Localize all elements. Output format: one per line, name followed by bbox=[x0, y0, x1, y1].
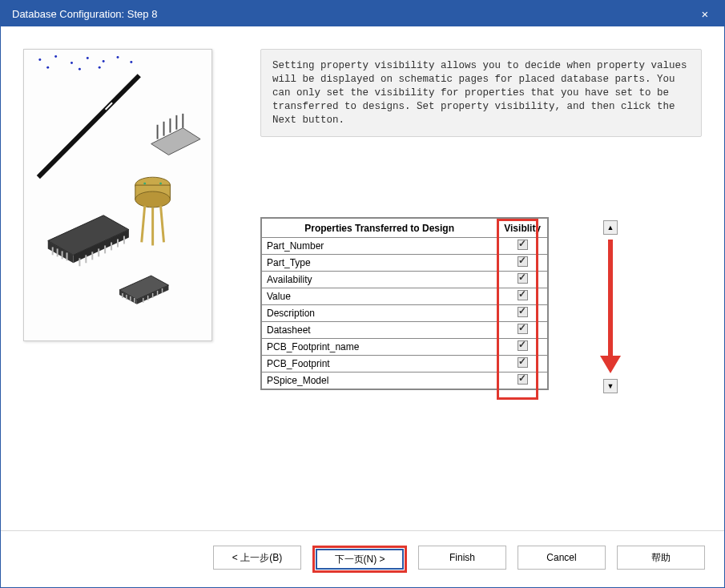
visibility-checkbox[interactable] bbox=[518, 357, 528, 368]
property-name-cell: PSpice_Model bbox=[261, 372, 497, 389]
svg-point-21 bbox=[143, 183, 146, 185]
right-pane: Setting property visibility allows you t… bbox=[260, 49, 702, 508]
visibility-checkbox[interactable] bbox=[518, 273, 528, 284]
property-name-cell: Datasheet bbox=[261, 321, 497, 338]
titlebar: Database Configuration: Step 8 × bbox=[1, 1, 724, 26]
table-row: Value bbox=[261, 288, 548, 304]
visibility-cell bbox=[497, 321, 548, 338]
visibility-cell bbox=[497, 237, 548, 254]
visibility-cell bbox=[497, 254, 548, 271]
property-name-cell: PCB_Footprint bbox=[261, 355, 497, 372]
svg-line-23 bbox=[142, 206, 145, 243]
col-header-properties: Properties Transferred to Design bbox=[261, 218, 497, 237]
visibility-checkbox[interactable] bbox=[518, 307, 528, 317]
visibility-cell bbox=[497, 338, 548, 355]
svg-point-8 bbox=[79, 68, 81, 70]
svg-point-3 bbox=[87, 57, 89, 59]
property-name-cell: Description bbox=[261, 304, 497, 321]
next-button[interactable]: 下一页(N) > bbox=[316, 549, 404, 570]
svg-point-7 bbox=[46, 66, 49, 69]
svg-point-9 bbox=[99, 66, 101, 69]
svg-point-4 bbox=[103, 60, 105, 62]
window-title: Database Configuration: Step 8 bbox=[12, 8, 697, 20]
side-scroll-area: ▲ ▼ bbox=[563, 217, 635, 393]
scroll-up-button[interactable]: ▲ bbox=[603, 220, 618, 235]
red-down-arrow-annotation bbox=[603, 240, 618, 384]
property-name-cell: Availability bbox=[261, 271, 497, 288]
back-button[interactable]: < 上一步(B) bbox=[213, 546, 301, 570]
content-area: Setting property visibility allows you t… bbox=[1, 26, 724, 530]
property-name-cell: Value bbox=[261, 288, 497, 304]
svg-point-0 bbox=[38, 58, 41, 61]
scroll-down-button[interactable]: ▼ bbox=[603, 379, 618, 393]
visibility-checkbox[interactable] bbox=[518, 290, 528, 300]
table-row: Part_Number bbox=[261, 237, 548, 254]
caret-down-icon: ▼ bbox=[607, 382, 614, 390]
property-name-cell: PCB_Footprint_name bbox=[261, 338, 497, 355]
property-name-cell: Part_Type bbox=[261, 254, 497, 271]
wizard-window: Database Configuration: Step 8 × bbox=[0, 0, 725, 588]
visibility-checkbox[interactable] bbox=[518, 324, 528, 334]
property-name-cell: Part_Number bbox=[261, 237, 497, 254]
svg-line-25 bbox=[161, 206, 164, 243]
svg-point-6 bbox=[130, 61, 132, 63]
svg-point-20 bbox=[135, 191, 171, 207]
visibility-checkbox[interactable] bbox=[518, 374, 528, 385]
caret-up-icon: ▲ bbox=[607, 224, 614, 232]
table-area: Properties Transferred to Design Visibli… bbox=[260, 217, 702, 393]
properties-table: Properties Transferred to Design Visibli… bbox=[260, 217, 549, 390]
table-row: Description bbox=[261, 304, 548, 321]
wizard-illustration bbox=[23, 49, 212, 341]
table-row: PSpice_Model bbox=[261, 372, 548, 389]
visibility-checkbox[interactable] bbox=[518, 240, 528, 250]
visibility-cell bbox=[497, 271, 548, 288]
visibility-cell bbox=[497, 288, 548, 304]
visibility-checkbox[interactable] bbox=[518, 256, 528, 267]
cancel-button[interactable]: Cancel bbox=[518, 546, 606, 570]
svg-point-2 bbox=[70, 62, 73, 64]
visibility-cell bbox=[497, 372, 548, 389]
svg-point-22 bbox=[159, 183, 162, 185]
svg-line-10 bbox=[38, 75, 139, 177]
table-row: PCB_Footprint_name bbox=[261, 338, 548, 355]
svg-point-5 bbox=[117, 56, 119, 58]
svg-point-1 bbox=[54, 55, 57, 58]
description-text: Setting property visibility allows you t… bbox=[260, 49, 702, 137]
table-row: Availability bbox=[261, 271, 548, 288]
col-header-visibility: Visiblity bbox=[497, 218, 548, 237]
help-button[interactable]: 帮助 bbox=[617, 546, 705, 570]
table-row: Part_Type bbox=[261, 254, 548, 271]
table-row: Datasheet bbox=[261, 321, 548, 338]
table-row: PCB_Footprint bbox=[261, 355, 548, 372]
visibility-cell bbox=[497, 355, 548, 372]
components-illustration-icon bbox=[24, 50, 211, 340]
visibility-checkbox[interactable] bbox=[518, 340, 528, 351]
wizard-footer: < 上一步(B) 下一页(N) > Finish Cancel 帮助 bbox=[1, 530, 724, 587]
finish-button[interactable]: Finish bbox=[418, 546, 506, 570]
visibility-cell bbox=[497, 304, 548, 321]
next-button-highlight: 下一页(N) > bbox=[312, 546, 407, 573]
svg-marker-12 bbox=[151, 128, 200, 155]
close-icon[interactable]: × bbox=[697, 6, 713, 22]
